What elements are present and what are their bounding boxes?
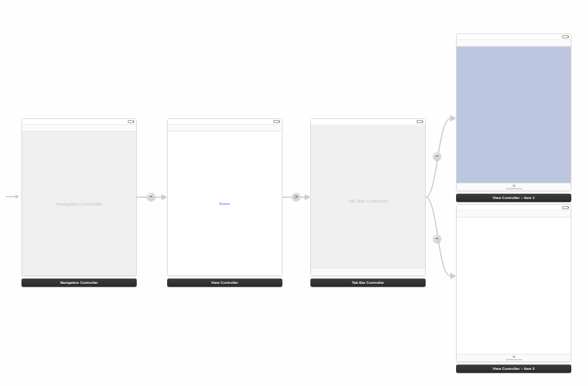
navigation-bar: [457, 40, 571, 47]
segue-icon: [435, 236, 439, 241]
segue-viewcontrollers-item1[interactable]: [433, 152, 441, 160]
tab-bar: Item 1: [457, 183, 571, 191]
scene-view-controller-item1[interactable]: Item 1 View Controller – Item 1: [456, 33, 571, 202]
tab-bar-item[interactable]: Item 2: [505, 354, 523, 362]
segue-viewcontrollers-item2[interactable]: [433, 234, 441, 243]
scene-body: Navigation Controller: [22, 131, 136, 275]
scene-body: Button: [168, 131, 282, 275]
tab-bar: [311, 268, 425, 275]
tab-item-icon: [513, 185, 515, 187]
scene-caption[interactable]: Navigation Controller: [21, 278, 137, 287]
scene-navigation-controller[interactable]: Navigation Controller Navigation Control…: [21, 118, 137, 287]
svg-rect-5: [294, 195, 296, 198]
scene-view-controller-item2[interactable]: Item 2 View Controller – Item 2: [456, 204, 571, 373]
scene-body: Item 2: [457, 217, 571, 362]
segue-connector-to-item2[interactable]: [426, 197, 455, 287]
status-bar: [311, 119, 425, 125]
placeholder-label: Navigation Controller: [22, 201, 136, 206]
svg-marker-6: [451, 116, 455, 121]
status-bar: [457, 34, 571, 40]
scene-tab-bar-controller[interactable]: Tab Bar Controller Tab Bar Controller: [310, 118, 426, 287]
scene-caption[interactable]: View Controller – Item 1: [456, 194, 571, 202]
battery-icon: [562, 206, 568, 209]
svg-marker-1: [162, 195, 167, 200]
storyboard-canvas[interactable]: Navigation Controller Navigation Control…: [0, 0, 588, 386]
scene-body: Item 1: [457, 47, 571, 191]
scene-caption[interactable]: View Controller – Item 2: [456, 364, 571, 373]
segue-icon: [435, 154, 439, 158]
segue-icon: [294, 194, 298, 199]
scene-caption[interactable]: View Controller: [167, 278, 282, 287]
navigation-bar: [22, 125, 136, 131]
navigation-bar: [168, 125, 282, 131]
tab-bar-item[interactable]: Item 1: [505, 183, 523, 191]
tab-bar: Item 2: [457, 354, 571, 362]
battery-icon: [273, 120, 279, 123]
initial-vc-arrow[interactable]: [6, 194, 19, 199]
svg-point-2: [149, 196, 150, 197]
svg-point-7: [435, 155, 436, 157]
navigation-bar: [457, 211, 571, 217]
status-bar: [457, 205, 571, 211]
battery-icon: [128, 120, 134, 123]
svg-marker-8: [451, 274, 455, 278]
svg-marker-4: [305, 195, 310, 200]
tab-item-icon: [513, 356, 515, 358]
placeholder-label: Tab Bar Controller: [311, 198, 425, 203]
battery-icon: [562, 35, 568, 38]
battery-icon: [417, 120, 423, 123]
scene-view-controller[interactable]: Button View Controller: [167, 118, 282, 287]
status-bar: [22, 119, 136, 125]
scene-caption[interactable]: Tab Bar Controller: [310, 278, 426, 287]
home-indicator: [506, 188, 522, 189]
svg-point-9: [435, 238, 436, 239]
scene-body: Tab Bar Controller: [311, 125, 425, 275]
home-indicator: [506, 359, 522, 360]
segue-root-relationship[interactable]: [147, 192, 155, 201]
segue-icon: [149, 194, 153, 199]
segue-show[interactable]: [292, 192, 300, 201]
ui-button[interactable]: Button: [168, 202, 282, 206]
status-bar: [168, 119, 282, 125]
